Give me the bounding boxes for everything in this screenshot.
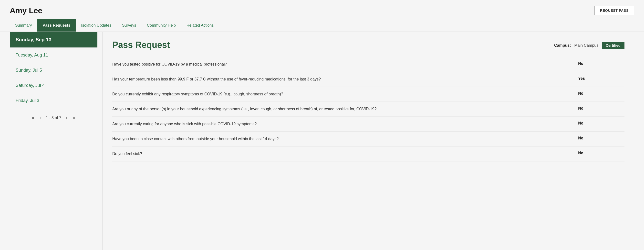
answer-5: No	[573, 132, 624, 147]
table-row: Do you feel sick?No	[112, 147, 624, 162]
question-0: Have you tested positive for COVID-19 by…	[112, 57, 573, 72]
table-row: Have you been in close contact with othe…	[112, 132, 624, 147]
answer-6: No	[573, 147, 624, 162]
certified-badge: Certified	[602, 42, 624, 49]
campus-name: Main Campus	[574, 43, 598, 48]
sidebar-item-jul5[interactable]: Sunday, Jul 5	[10, 63, 98, 78]
content-area: Pass Request Campus: Main Campus Certifi…	[102, 32, 634, 250]
tab-community-help[interactable]: Community Help	[142, 19, 181, 32]
question-6: Do you feel sick?	[112, 147, 573, 162]
question-5: Have you been in close contact with othe…	[112, 132, 573, 147]
main-content: Sunday, Sep 13Tuesday, Aug 11Sunday, Jul…	[0, 32, 644, 250]
campus-info: Campus: Main Campus Certified	[554, 42, 624, 49]
questions-table: Have you tested positive for COVID-19 by…	[112, 57, 624, 162]
table-row: Has your temperature been less than 99.9…	[112, 72, 624, 87]
sidebar-item-jul4[interactable]: Saturday, Jul 4	[10, 78, 98, 93]
page-header: Amy Lee REQUEST PASS	[0, 0, 644, 19]
question-3: Are you or any of the person(s) in your …	[112, 102, 573, 117]
answer-1: Yes	[573, 72, 624, 87]
table-row: Are you or any of the person(s) in your …	[112, 102, 624, 117]
tab-surveys[interactable]: Surveys	[117, 19, 142, 32]
table-row: Have you tested positive for COVID-19 by…	[112, 57, 624, 72]
page-title: Amy Lee	[10, 6, 42, 15]
table-row: Are you currently caring for anyone who …	[112, 117, 624, 132]
answer-0: No	[573, 57, 624, 72]
pagination-last[interactable]: »	[72, 114, 77, 121]
request-pass-button[interactable]: REQUEST PASS	[594, 6, 634, 15]
answer-3: No	[573, 102, 624, 117]
sidebar-item-sep13[interactable]: Sunday, Sep 13	[10, 32, 98, 48]
sidebar-item-jul3[interactable]: Friday, Jul 3	[10, 93, 98, 108]
pass-request-title: Pass Request	[112, 40, 170, 50]
campus-label: Campus:	[554, 43, 571, 48]
pagination-first[interactable]: «	[30, 114, 36, 121]
pagination-next[interactable]: ›	[64, 114, 68, 121]
question-1: Has your temperature been less than 99.9…	[112, 72, 573, 87]
pass-request-header: Pass Request Campus: Main Campus Certifi…	[112, 40, 624, 50]
pagination-text: 1 - 5 of 7	[46, 116, 61, 120]
sidebar-item-aug11[interactable]: Tuesday, Aug 11	[10, 48, 98, 63]
nav-tabs: SummaryPass RequestsIsolation UpdatesSur…	[0, 19, 644, 32]
answer-4: No	[573, 117, 624, 132]
sidebar: Sunday, Sep 13Tuesday, Aug 11Sunday, Jul…	[10, 32, 102, 250]
tab-related-actions[interactable]: Related Actions	[181, 19, 219, 32]
sidebar-pagination: «‹1 - 5 of 7›»	[10, 108, 98, 127]
table-row: Do you currently exhibit any respiratory…	[112, 87, 624, 102]
answer-2: No	[573, 87, 624, 102]
pagination-prev[interactable]: ‹	[38, 114, 43, 121]
question-2: Do you currently exhibit any respiratory…	[112, 87, 573, 102]
tab-pass-requests[interactable]: Pass Requests	[37, 19, 76, 32]
tab-summary[interactable]: Summary	[10, 19, 37, 32]
tab-isolation-updates[interactable]: Isolation Updates	[76, 19, 117, 32]
question-4: Are you currently caring for anyone who …	[112, 117, 573, 132]
